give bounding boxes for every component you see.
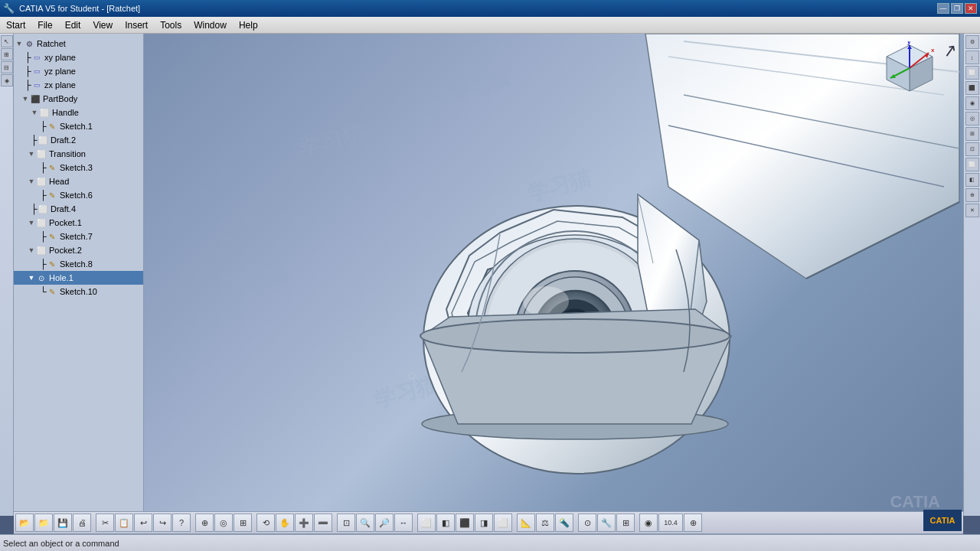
tree-head[interactable]: ▼ ⬜ Head [14,174,143,188]
tree-hole1[interactable]: ▼ ⊙ Hole.1 [14,271,143,285]
rt-btn-8[interactable]: ⬜ [965,158,979,171]
tree-sketch6[interactable]: ├ ✎ Sketch.6 [14,188,143,202]
tree-sketch8[interactable]: ├ ✎ Sketch.8 [14,257,143,271]
tree-zx-plane[interactable]: ├ ▭ zx plane [14,78,143,92]
tb-extra1-button[interactable]: ⊙ [578,514,596,532]
rt-btn-settings[interactable]: ⚙ [965,35,979,49]
menu-tools[interactable]: Tools [154,18,188,32]
tb-snap-button[interactable]: ⊕ [195,514,214,532]
rt-btn-6[interactable]: ⊞ [965,127,979,141]
tb-help-button[interactable]: ? [172,514,191,532]
tb-view4-button[interactable]: ◨ [475,514,493,532]
xy-plane-icon: ▭ [31,51,43,64]
tree-xy-plane[interactable]: ├ ▭ xy plane [14,51,143,64]
tree-pocket2[interactable]: ▼ ⬜ Pocket.2 [14,243,143,257]
tb-rotate-button[interactable]: ⟲ [256,514,275,532]
tb-coord-button[interactable]: 10.4 [658,514,683,532]
draft2-icon: ⬜ [37,134,49,146]
rt-btn-3[interactable]: ⬛ [965,81,979,95]
tb-save-button[interactable]: 💾 [54,514,72,532]
tb-zoom-fit-button[interactable]: ⊡ [337,514,355,532]
tb-open2-button[interactable]: 📁 [34,514,53,532]
tree-sketch7[interactable]: ├ ✎ Sketch.7 [14,230,143,243]
tb-cut-button[interactable]: ✂ [96,514,114,532]
tb-copy-button[interactable]: 📋 [115,514,133,532]
lt-btn-2[interactable]: ⊞ [1,48,13,60]
pocket1-expand[interactable]: ▼ [28,219,35,227]
tree-handle[interactable]: ▼ ⬜ Handle [14,106,143,119]
root-icon: ⚙ [23,37,35,50]
root-expand[interactable]: ▼ [15,40,23,47]
tb-pan-button[interactable]: ✋ [276,514,294,532]
tb-open-button[interactable]: 📂 [15,514,34,532]
tb-extra3-button[interactable]: ⊞ [616,514,635,532]
tb-snap2-button[interactable]: ◎ [214,514,233,532]
pocket1-icon: ⬜ [35,217,47,229]
rt-btn-7[interactable]: ⊡ [965,142,979,156]
bottom-toolbar: 📂 📁 💾 🖨 ✂ 📋 ↩ ↪ ? ⊕ ◎ ⊞ ⟲ ✋ ➕ ➖ ⊡ 🔍 🔎 ↔ … [14,511,963,534]
tree-partbody[interactable]: ▼ ⬛ PartBody [14,92,143,106]
tb-view5-button[interactable]: ⬜ [494,514,512,532]
tree-draft4[interactable]: ├ ⬜ Draft.4 [14,202,143,216]
minimize-button[interactable]: — [937,3,949,14]
sketch8-icon: ✎ [46,258,58,270]
menu-help[interactable]: Help [233,18,264,32]
viewport[interactable]: 学习猫 学习猫 学习猫 学习猫 学习猫 [144,34,963,516]
tree-draft2[interactable]: ├ ⬜ Draft.2 [14,133,143,147]
handle-expand[interactable]: ▼ [31,109,38,116]
tree-pocket1[interactable]: ▼ ⬜ Pocket.1 [14,216,143,230]
tb-print-button[interactable]: 🖨 [73,514,91,532]
tb-view2-button[interactable]: ◧ [436,514,455,532]
tb-pan2-button[interactable]: ↔ [394,514,413,532]
tb-render-button[interactable]: 🔦 [555,514,573,532]
rt-btn-10[interactable]: ⊕ [965,188,979,202]
tb-zoom-in-button[interactable]: 🔍 [356,514,374,532]
tree-transition[interactable]: ▼ ⬜ Transition [14,147,143,161]
pocket2-expand[interactable]: ▼ [28,246,35,254]
menu-window[interactable]: Window [188,18,233,32]
tb-grid-button[interactable]: ⊞ [234,514,252,532]
tb-extra4-button[interactable]: ⊕ [684,514,702,532]
hole1-expand[interactable]: ▼ [28,274,35,282]
tb-view1-button[interactable]: ⬜ [417,514,436,532]
tb-plus-button[interactable]: ➕ [295,514,313,532]
tb-undo-button[interactable]: ↩ [134,514,152,532]
svg-point-28 [420,319,730,353]
tb-view3-button[interactable]: ⬛ [456,514,474,532]
menu-edit[interactable]: Edit [59,18,87,32]
restore-button[interactable]: ❐ [951,3,963,14]
rt-btn-9[interactable]: ◧ [965,173,979,187]
sketch7-label: Sketch.7 [60,232,93,241]
tb-redo-button[interactable]: ↪ [153,514,172,532]
rt-btn-11[interactable]: ✕ [965,204,979,217]
right-toolbar: ⚙ ↕ ⬜ ⬛ ◉ ◎ ⊞ ⊡ ⬜ ◧ ⊕ ✕ [963,34,980,516]
lt-btn-3[interactable]: ⊟ [1,61,13,73]
menu-start[interactable]: Start [0,18,31,32]
close-button[interactable]: ✕ [965,3,977,14]
rt-btn-4[interactable]: ◉ [965,96,979,110]
menu-view[interactable]: View [87,18,119,32]
head-expand[interactable]: ▼ [28,178,35,185]
sketch7-icon: ✎ [46,230,58,243]
tb-minus-button[interactable]: ➖ [314,514,332,532]
rt-btn-5[interactable]: ◎ [965,112,979,126]
tb-extra2-button[interactable]: 🔧 [597,514,616,532]
rt-btn-1[interactable]: ↕ [965,51,979,64]
tree-sketch10[interactable]: └ ✎ Sketch.10 [14,285,143,298]
tree-sketch1[interactable]: ├ ✎ Sketch.1 [14,119,143,133]
tb-zoom-out-button[interactable]: 🔎 [375,514,394,532]
tb-snap3-button[interactable]: ◉ [639,514,658,532]
tree-yz-plane[interactable]: ├ ▭ yz plane [14,64,143,78]
tree-root[interactable]: ▼ ⚙ Ratchet [14,37,143,51]
menu-insert[interactable]: Insert [119,18,154,32]
yz-plane-label: yz plane [44,67,76,76]
tree-sketch3[interactable]: ├ ✎ Sketch.3 [14,161,143,174]
lt-btn-4[interactable]: ◈ [1,74,13,86]
rt-btn-2[interactable]: ⬜ [965,66,979,80]
menu-file[interactable]: File [31,18,58,32]
tb-analysis-button[interactable]: ⚖ [536,514,554,532]
transition-expand[interactable]: ▼ [28,150,35,158]
partbody-expand[interactable]: ▼ [21,95,29,103]
tb-measure-button[interactable]: 📐 [517,514,535,532]
lt-btn-1[interactable]: ↖ [1,35,13,47]
